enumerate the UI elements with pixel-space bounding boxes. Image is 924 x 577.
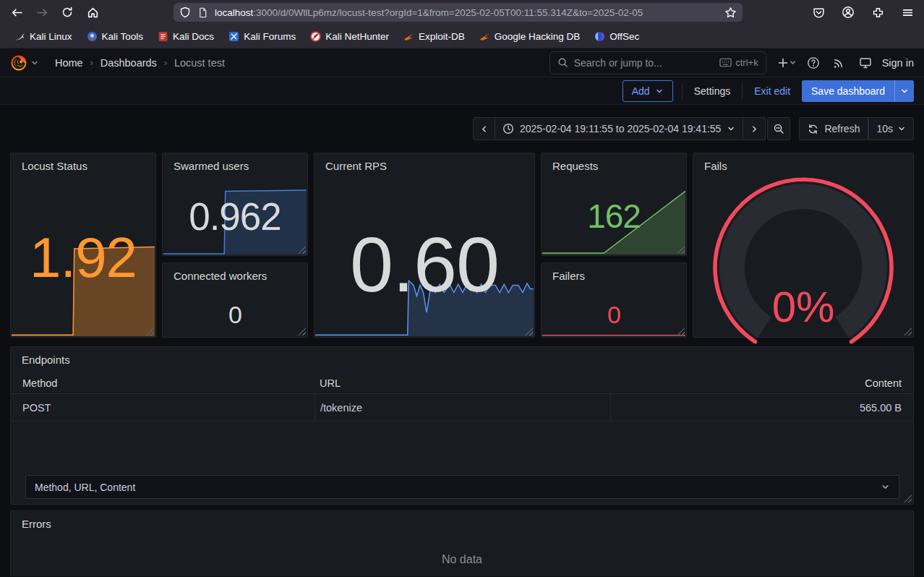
panel-title-requests[interactable]: Requests xyxy=(552,160,598,172)
panel-title-current-rps[interactable]: Current RPS xyxy=(325,160,387,172)
sign-in-button[interactable]: Sign in xyxy=(882,57,914,69)
search-shortcut-text: ctrl+k xyxy=(735,57,758,68)
bookmark-google-hacking-db[interactable]: Google Hacking DB xyxy=(474,28,586,45)
time-range-group: 2025-02-04 19:11:55 to 2025-02-04 19:41:… xyxy=(473,117,766,140)
bookmark-kali-nethunter[interactable]: Kali NetHunter xyxy=(304,28,395,45)
news-button[interactable] xyxy=(829,52,850,74)
panel-title-locust-status[interactable]: Locust Status xyxy=(22,160,87,172)
browser-toolbar: localhost:3000/d/0WllLp6mz/locust-test?o… xyxy=(0,0,924,25)
cell-url: /tokenize xyxy=(315,394,610,421)
refresh-icon xyxy=(808,124,818,134)
panel-locust-status: Locust Status 1.92 xyxy=(10,153,156,338)
new-button[interactable] xyxy=(777,52,798,74)
kali-docs-favicon-icon xyxy=(158,31,168,42)
bookmark-kali-forums[interactable]: Kali Forums xyxy=(223,28,301,45)
panel-connected-workers: Connected workers 0 xyxy=(162,262,308,338)
time-shift-forward-button[interactable] xyxy=(743,117,766,140)
grot-button[interactable] xyxy=(855,52,876,74)
refresh-interval-picker[interactable]: 10s xyxy=(868,117,914,140)
column-header-method[interactable]: Method xyxy=(12,377,315,389)
breadcrumb-home[interactable]: Home xyxy=(55,57,83,69)
browser-action-icons xyxy=(808,2,918,22)
page-favicon-icon xyxy=(197,7,208,18)
bookmark-kali-tools[interactable]: Kali Tools xyxy=(81,28,150,45)
panel-title-errors[interactable]: Errors xyxy=(22,518,51,530)
field-picker-value: Method, URL, Content xyxy=(35,482,135,493)
table-header-row: Method URL Content xyxy=(12,373,912,394)
url-path: :3000/d/0WllLp6mz/locust-test?orgId=1&fr… xyxy=(253,7,643,18)
panel-requests: Requests 162 xyxy=(541,153,687,256)
add-button[interactable]: Add xyxy=(623,80,673,102)
kali-tools-favicon-icon xyxy=(87,31,98,42)
help-button[interactable] xyxy=(803,52,824,74)
exploit-db-favicon-icon xyxy=(403,31,414,42)
panel-title-connected-workers[interactable]: Connected workers xyxy=(174,270,267,282)
time-range-picker[interactable]: 2025-02-04 19:11:55 to 2025-02-04 19:41:… xyxy=(495,117,743,140)
bookmark-star-icon[interactable] xyxy=(724,7,737,19)
panel-resize-handle[interactable] xyxy=(904,495,912,503)
chevron-down-icon xyxy=(789,59,797,67)
url-bar[interactable]: localhost:3000/d/0WllLp6mz/locust-test?o… xyxy=(174,3,743,22)
reload-icon xyxy=(61,7,73,18)
search-input[interactable] xyxy=(574,57,714,69)
kali-nethunter-favicon-icon xyxy=(310,31,321,42)
table-row[interactable]: POST /tokenize 565.00 B xyxy=(12,394,912,422)
swarmed-users-value: 0.962 xyxy=(163,197,307,236)
locust-status-value: 1.92 xyxy=(11,229,155,286)
forward-icon xyxy=(36,7,48,19)
menu-button[interactable] xyxy=(897,2,918,22)
breadcrumb-dashboards[interactable]: Dashboards xyxy=(100,57,157,69)
panel-swarmed-users: Swarmed users 0.962 xyxy=(162,153,308,256)
bookmark-offsec[interactable]: OffSec xyxy=(589,28,645,45)
account-button[interactable] xyxy=(837,2,859,22)
grafana-logo-icon xyxy=(10,54,27,72)
column-header-content[interactable]: Content xyxy=(610,373,912,393)
home-button[interactable] xyxy=(82,2,103,22)
zoom-out-icon xyxy=(773,123,784,134)
exit-edit-button[interactable]: Exit edit xyxy=(751,85,793,97)
refresh-interval-value: 10s xyxy=(876,123,893,134)
field-picker-select[interactable]: Method, URL, Content xyxy=(25,475,899,499)
hamburger-menu-icon xyxy=(902,7,914,19)
plus-icon xyxy=(777,57,789,69)
connected-workers-value: 0 xyxy=(163,302,307,327)
bookmarks-bar: Kali Linux Kali Tools Kali Docs Kali For… xyxy=(0,25,924,48)
help-icon xyxy=(807,56,820,69)
extensions-button[interactable] xyxy=(867,2,889,22)
panel-title-fails[interactable]: Fails xyxy=(704,160,727,172)
refresh-button[interactable]: Refresh xyxy=(799,117,868,140)
bookmark-exploit-db[interactable]: Exploit-DB xyxy=(398,28,471,45)
back-button[interactable] xyxy=(6,2,27,22)
extensions-icon xyxy=(872,7,884,19)
panel-current-rps: Current RPS 0.60 xyxy=(314,153,535,338)
save-dashboard-options-button[interactable] xyxy=(894,80,914,102)
save-dashboard-button[interactable]: Save dashboard xyxy=(802,80,914,102)
add-button-label: Add xyxy=(632,85,650,97)
settings-button[interactable]: Settings xyxy=(691,85,734,97)
panel-title-failers[interactable]: Failers xyxy=(552,270,585,282)
header-actions xyxy=(777,52,876,74)
search-box[interactable]: ctrl+k xyxy=(549,51,766,74)
grafana-logo-menu[interactable] xyxy=(10,54,39,72)
zoom-out-button[interactable] xyxy=(767,117,790,140)
bookmark-kali-docs[interactable]: Kali Docs xyxy=(152,28,220,45)
breadcrumb-separator-icon: › xyxy=(164,58,167,68)
shield-icon[interactable] xyxy=(179,7,191,18)
pocket-button[interactable] xyxy=(808,2,829,22)
panel-title-endpoints[interactable]: Endpoints xyxy=(22,354,70,366)
panel-resize-handle[interactable] xyxy=(298,328,306,335)
chevron-down-icon xyxy=(900,87,909,95)
bookmark-kali-linux[interactable]: Kali Linux xyxy=(9,28,78,45)
back-icon xyxy=(11,7,23,19)
chevron-down-icon xyxy=(30,59,39,67)
failers-value: 0 xyxy=(542,302,686,327)
breadcrumb: Home › Dashboards › Locust test xyxy=(55,57,225,69)
clock-icon xyxy=(502,123,514,134)
chevron-right-icon xyxy=(750,124,759,134)
forward-button[interactable] xyxy=(31,2,53,22)
toolbar-divider xyxy=(682,83,683,99)
panel-title-swarmed-users[interactable]: Swarmed users xyxy=(174,160,249,172)
time-shift-back-button[interactable] xyxy=(473,117,495,140)
reload-button[interactable] xyxy=(56,2,78,22)
column-header-url[interactable]: URL xyxy=(315,373,610,393)
